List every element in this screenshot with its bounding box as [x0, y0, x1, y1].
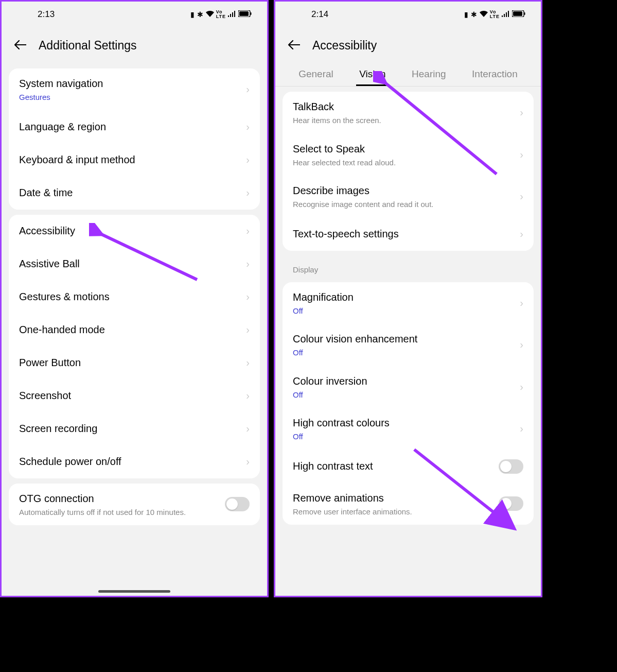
- tab-hearing[interactable]: Hearing: [409, 63, 449, 86]
- chevron-right-icon: ›: [242, 121, 250, 133]
- settings-row-language-region[interactable]: Language & region›: [9, 111, 260, 144]
- row-subtitle: Hear items on the screen.: [293, 115, 516, 126]
- status-icons: ▮ ✱ VoLTE: [190, 10, 252, 19]
- settings-row-date-time[interactable]: Date & time›: [9, 177, 260, 210]
- row-title: Describe images: [293, 184, 516, 198]
- row-body: Language & region: [19, 120, 242, 134]
- row-title: Power Button: [19, 356, 242, 370]
- back-button[interactable]: [286, 37, 302, 54]
- row-title: High contrast colours: [293, 416, 516, 430]
- svg-rect-9: [504, 14, 505, 17]
- settings-row-assistive-ball[interactable]: Assistive Ball›: [9, 248, 260, 281]
- home-indicator[interactable]: [98, 590, 170, 593]
- row-body: Screen recording: [19, 422, 242, 436]
- row-title: Schedule power on/off: [19, 455, 242, 469]
- row-body: Accessibility: [19, 224, 242, 238]
- row-body: TalkBackHear items on the screen.: [293, 100, 516, 126]
- row-body: Assistive Ball: [19, 257, 242, 271]
- settings-row-remove-animations[interactable]: Remove animationsRemove user interface a…: [283, 483, 534, 525]
- settings-row-talkback[interactable]: TalkBackHear items on the screen.›: [283, 92, 534, 134]
- chevron-right-icon: ›: [242, 258, 250, 270]
- chevron-right-icon: ›: [516, 107, 523, 118]
- settings-row-one-handed-mode[interactable]: One-handed mode›: [9, 314, 260, 347]
- settings-row-keyboard-input-method[interactable]: Keyboard & input method›: [9, 144, 260, 177]
- settings-row-magnification[interactable]: MagnificationOff›: [283, 282, 534, 324]
- toggle-switch[interactable]: [499, 496, 523, 511]
- volte-icon: VoLTE: [216, 10, 226, 19]
- settings-row-system-navigation[interactable]: System navigationGestures›: [9, 68, 260, 111]
- settings-row-screen-recording[interactable]: Screen recording›: [9, 412, 260, 445]
- settings-row-colour-inversion[interactable]: Colour inversionOff›: [283, 366, 534, 408]
- svg-rect-5: [239, 11, 249, 16]
- row-title: Language & region: [19, 120, 242, 134]
- chevron-right-icon: ›: [242, 324, 250, 336]
- row-title: OTG connection: [19, 492, 225, 506]
- tab-general[interactable]: General: [295, 63, 337, 86]
- battery-icon: [238, 10, 252, 19]
- settings-row-power-button[interactable]: Power Button›: [9, 347, 260, 380]
- settings-row-text-to-speech-settings[interactable]: Text-to-speech settings›: [283, 218, 534, 251]
- svg-rect-8: [502, 15, 503, 17]
- row-body: Select to SpeakHear selected text read a…: [293, 142, 516, 168]
- settings-row-screenshot[interactable]: Screenshot›: [9, 380, 260, 412]
- row-body: Remove animationsRemove user interface a…: [293, 491, 499, 517]
- settings-row-accessibility[interactable]: Accessibility›: [9, 215, 260, 248]
- svg-rect-0: [228, 15, 229, 17]
- section-label-display: Display: [275, 256, 541, 277]
- battery-icon: [512, 10, 525, 19]
- chevron-right-icon: ›: [516, 297, 523, 309]
- settings-row-high-contrast-colours[interactable]: High contrast coloursOff›: [283, 408, 534, 450]
- settings-row-select-to-speak[interactable]: Select to SpeakHear selected text read a…: [283, 134, 534, 176]
- page-title: Accessibility: [312, 39, 377, 53]
- back-button[interactable]: [12, 37, 28, 54]
- vibrate-icon: ▮: [464, 10, 469, 19]
- row-title: Accessibility: [19, 224, 242, 238]
- row-title: Colour inversion: [293, 374, 516, 388]
- row-body: Keyboard & input method: [19, 153, 242, 167]
- title-bar: Additional Settings: [2, 27, 267, 63]
- phone-right: 2:14 ▮ ✱ VoLTE Accessibility GeneralVisi…: [274, 0, 542, 597]
- row-title: Text-to-speech settings: [293, 227, 516, 241]
- row-body: Date & time: [19, 186, 242, 200]
- row-body: High contrast coloursOff: [293, 416, 516, 442]
- phone-left: 2:13 ▮ ✱ VoLTE Additional Settings Syste…: [0, 0, 269, 597]
- chevron-right-icon: ›: [242, 390, 250, 402]
- chevron-right-icon: ›: [516, 423, 523, 435]
- row-subtitle: Hear selected text read aloud.: [293, 158, 516, 168]
- chevron-right-icon: ›: [516, 191, 523, 202]
- row-title: Date & time: [19, 186, 242, 200]
- row-subtitle: Recognise image content and read it out.: [293, 199, 516, 210]
- row-subtitle: Off: [293, 390, 516, 400]
- svg-rect-6: [251, 12, 252, 15]
- settings-row-high-contrast-text[interactable]: High contrast text: [283, 450, 534, 483]
- toggle-switch[interactable]: [499, 459, 523, 474]
- row-body: Gestures & motions: [19, 290, 242, 304]
- row-body: System navigationGestures: [19, 77, 242, 102]
- svg-rect-10: [506, 12, 507, 17]
- row-body: Screenshot: [19, 389, 242, 403]
- row-title: TalkBack: [293, 100, 516, 114]
- toggle-switch[interactable]: [225, 497, 250, 511]
- settings-group-2: Accessibility›Assistive Ball›Gestures & …: [9, 215, 260, 478]
- tab-vision[interactable]: Vision: [356, 63, 389, 86]
- settings-row-otg-connection[interactable]: OTG connectionAutomatically turns off if…: [9, 484, 260, 526]
- settings-row-colour-vision-enhancement[interactable]: Colour vision enhancementOff›: [283, 324, 534, 366]
- status-icons: ▮ ✱ VoLTE: [464, 10, 525, 19]
- row-title: Select to Speak: [293, 142, 516, 156]
- row-body: Text-to-speech settings: [293, 227, 516, 241]
- chevron-right-icon: ›: [242, 357, 250, 369]
- chevron-right-icon: ›: [516, 228, 523, 240]
- row-title: Remove animations: [293, 491, 499, 505]
- settings-row-gestures-motions[interactable]: Gestures & motions›: [9, 281, 260, 314]
- settings-row-schedule-power-on-off[interactable]: Schedule power on/off›: [9, 445, 260, 478]
- row-subtitle: Automatically turns off if not used for …: [19, 507, 225, 518]
- row-body: Power Button: [19, 356, 242, 370]
- row-title: One-handed mode: [19, 323, 242, 337]
- title-bar: Accessibility: [275, 27, 541, 63]
- status-bar: 2:13 ▮ ✱ VoLTE: [2, 2, 267, 27]
- tab-interaction[interactable]: Interaction: [469, 63, 521, 86]
- chevron-right-icon: ›: [516, 149, 523, 161]
- settings-row-describe-images[interactable]: Describe imagesRecognise image content a…: [283, 176, 534, 218]
- row-title: Assistive Ball: [19, 257, 242, 271]
- svg-rect-3: [234, 11, 235, 17]
